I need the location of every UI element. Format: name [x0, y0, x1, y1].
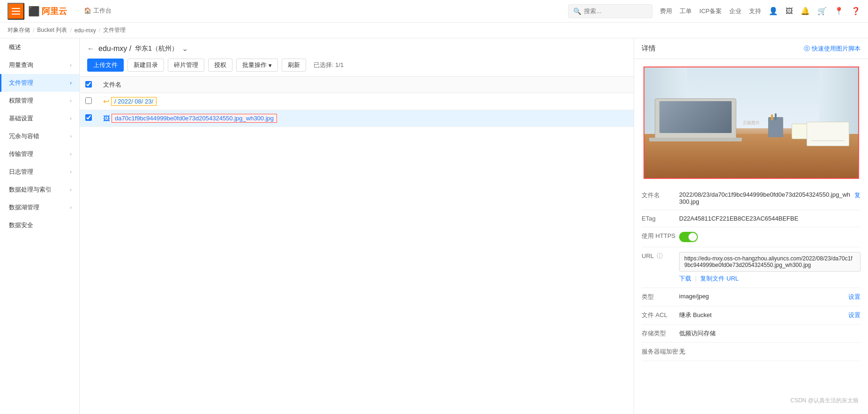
preview-container: 正版图片	[634, 59, 868, 186]
sidebar-label-data-process: 数据处理与索引	[9, 185, 52, 194]
acl-label: 文件 ACL	[642, 311, 679, 319]
detail-title: 详情	[642, 44, 656, 53]
row-checkbox-cell-1	[80, 93, 97, 110]
sidebar-item-datasecurity[interactable]: 数据安全	[0, 216, 79, 234]
batch-button[interactable]: 批量操作 ▾	[236, 59, 278, 72]
notebook-line	[811, 140, 845, 141]
etag-label: ETag	[642, 215, 679, 222]
detail-row-https: 使用 HTTPS	[642, 227, 861, 247]
table-row: ↩ / 2022/ 08/ 23/	[80, 93, 634, 110]
url-actions: 下载 | 复制文件 URL	[679, 274, 861, 283]
content-header: ← edu-mxy / 华东1（杭州） ⌄ 上传文件 新建目录 碎片管理 授权 …	[80, 38, 634, 77]
search-box: 🔍	[568, 4, 652, 18]
detail-row-etag: ETag D22A45811CF221EB8CE23AC6544BEFBE	[642, 210, 861, 227]
url-copy-link[interactable]: 复制文件 URL	[700, 274, 739, 283]
table-row: 🖼 da70c1f9bc944999be0fd0e73d2054324550.j…	[80, 110, 634, 127]
sidebar-label-log: 日志管理	[9, 168, 33, 176]
selected-info: 已选择: 1/1	[314, 61, 344, 69]
file-table: 文件名 ↩ / 2022/ 08	[80, 77, 634, 127]
help-icon[interactable]: ❓	[851, 7, 861, 15]
filename-copy-action[interactable]: 复	[854, 191, 861, 200]
batch-dropdown-icon: ▾	[269, 62, 272, 69]
image-icon[interactable]: 🖼	[786, 7, 793, 15]
sidebar-item-usage[interactable]: 用量查询 ›	[0, 56, 79, 74]
region-dropdown-icon[interactable]: ⌄	[182, 44, 188, 53]
sidebar-item-overview[interactable]: 概述	[0, 38, 79, 56]
breadcrumb-edu-mxy[interactable]: edu-mxy	[75, 27, 96, 34]
back-button[interactable]: ←	[87, 44, 95, 53]
nav-fee[interactable]: 费用	[660, 7, 672, 15]
col-checkbox	[80, 77, 97, 93]
nav-enterprise[interactable]: 企业	[729, 7, 741, 15]
sidebar-item-files[interactable]: 文件管理 ›	[0, 74, 79, 92]
quick-use-label: 快速使用图片脚本	[812, 44, 861, 53]
row-2-name-cell: 🖼 da70c1f9bc944999be0fd0e73d2054324550.j…	[97, 110, 634, 127]
url-download-link[interactable]: 下载	[679, 274, 691, 283]
encrypt-value: 无	[679, 347, 861, 356]
hamburger-icon	[12, 8, 20, 15]
breadcrumb-sep-3: /	[99, 27, 100, 34]
sidebar-item-redundancy[interactable]: 冗余与容错 ›	[0, 127, 79, 145]
detail-row-type: 类型 image/jpeg 设置	[642, 288, 861, 306]
sidebar-label-transfer: 传输管理	[9, 150, 33, 158]
content-area: ← edu-mxy / 华东1（杭州） ⌄ 上传文件 新建目录 碎片管理 授权 …	[80, 38, 634, 414]
aliyun-logo: ⬛ 阿里云	[28, 6, 67, 17]
new-dir-button[interactable]: 新建目录	[127, 59, 164, 72]
row-1-checkbox[interactable]	[85, 97, 92, 104]
auth-button[interactable]: 授权	[208, 59, 232, 72]
url-sep: |	[695, 274, 696, 283]
type-label: 类型	[642, 293, 679, 301]
breadcrumb-bucket-list[interactable]: Bucket 列表	[37, 26, 67, 34]
sidebar-item-basic[interactable]: 基础设置 ›	[0, 110, 79, 127]
type-value: image/jpeg	[679, 293, 845, 300]
bell-icon[interactable]: 🔔	[801, 7, 810, 15]
acl-value: 继承 Bucket	[679, 311, 845, 319]
folder-link[interactable]: / 2022/ 08/ 23/	[111, 97, 157, 106]
arrow-icon-redundancy: ›	[70, 133, 72, 140]
breadcrumb-oss[interactable]: 对象存储	[7, 26, 30, 34]
region-badge: 华东1（杭州）	[135, 44, 178, 53]
sidebar-item-log[interactable]: 日志管理 ›	[0, 163, 79, 181]
type-set-action[interactable]: 设置	[848, 293, 861, 301]
refresh-button[interactable]: 刷新	[282, 59, 306, 72]
quick-use-link[interactable]: ⓪ 快速使用图片脚本	[804, 44, 861, 53]
pen	[775, 113, 777, 120]
sidebar-label-redundancy: 冗余与容错	[9, 132, 39, 140]
sidebar-label-datasecurity: 数据安全	[9, 221, 33, 229]
col-filename-label: 文件名	[103, 81, 121, 88]
location-icon[interactable]: 📍	[834, 7, 844, 15]
sidebar-item-datalake[interactable]: 数据湖管理 ›	[0, 199, 79, 216]
pencil-holder	[768, 117, 783, 137]
aliyun-logo-text: 阿里云	[42, 6, 67, 17]
fragment-button[interactable]: 碎片管理	[168, 59, 204, 72]
filename-label: 文件名	[642, 191, 679, 200]
nav-icp[interactable]: ICP备案	[699, 7, 722, 15]
nav-support[interactable]: 支持	[749, 7, 761, 15]
https-toggle[interactable]	[679, 232, 698, 242]
breadcrumb: 对象存储 / Bucket 列表 / edu-mxy / 文件管理	[0, 22, 868, 38]
sidebar-item-transfer[interactable]: 传输管理 ›	[0, 145, 79, 163]
workbench-tab[interactable]: 🏠 工作台	[78, 0, 117, 22]
file-type-icon: 🖼	[103, 115, 110, 122]
encrypt-label: 服务器端加密	[642, 347, 679, 356]
sidebar-item-permission[interactable]: 权限管理 ›	[0, 92, 79, 110]
pencil	[771, 114, 773, 120]
upload-file-button[interactable]: 上传文件	[87, 59, 124, 72]
row-2-checkbox[interactable]	[85, 114, 92, 121]
search-input[interactable]	[584, 7, 650, 15]
person-icon[interactable]: 👤	[769, 7, 778, 15]
nav-ticket[interactable]: 工单	[680, 7, 692, 15]
acl-set-action[interactable]: 设置	[848, 311, 861, 319]
hamburger-button[interactable]	[7, 3, 24, 20]
aliyun-logo-icon: ⬛	[28, 6, 40, 17]
detail-row-encrypt: 服务器端加密 无	[642, 343, 861, 361]
select-all-checkbox[interactable]	[85, 81, 92, 88]
cart-icon[interactable]: 🛒	[817, 7, 827, 15]
breadcrumb-sep-1: /	[33, 27, 34, 34]
folder-name: / 2022/ 08/ 23/	[114, 98, 153, 105]
storage-value: 低频访问存储	[679, 329, 861, 338]
row-checkbox-cell-2	[80, 110, 97, 127]
file-link[interactable]: da70c1f9bc944999be0fd0e73d2054324550.jpg…	[112, 114, 277, 123]
arrow-icon-datalake: ›	[70, 204, 72, 211]
sidebar-item-data-process[interactable]: 数据处理与索引 ›	[0, 181, 79, 199]
